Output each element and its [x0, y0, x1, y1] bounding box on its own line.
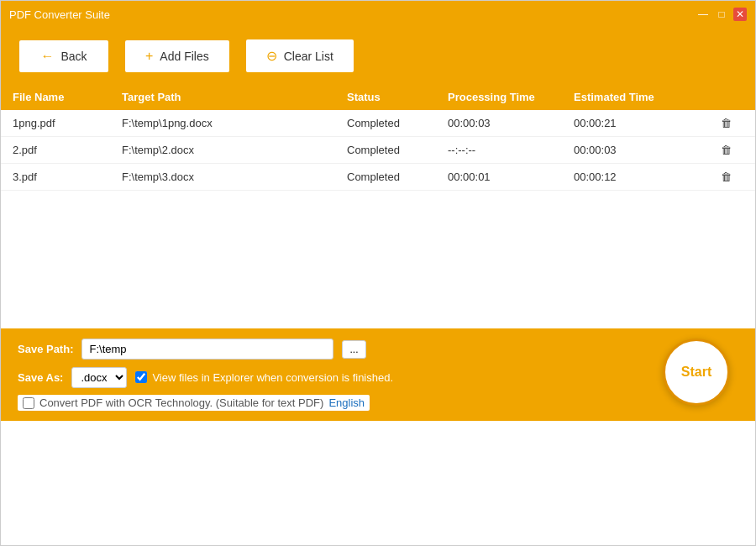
view-in-explorer-label[interactable]: View files in Explorer when conversion i…	[135, 371, 393, 384]
ocr-label[interactable]: Convert PDF with OCR Technology. (Suitab…	[18, 395, 370, 411]
view-in-explorer-text: View files in Explorer when conversion i…	[152, 371, 393, 384]
target-path-1: F:\temp\1png.docx	[118, 115, 344, 131]
delete-row-3[interactable]: 🗑	[705, 169, 747, 185]
table-header: File Name Target Path Status Processing …	[1, 84, 755, 110]
save-as-label: Save As:	[18, 371, 63, 384]
browse-button[interactable]: ...	[342, 340, 365, 359]
col-targetpath: Target Path	[118, 89, 344, 105]
add-files-button[interactable]: + Add Files	[123, 39, 231, 74]
trash-icon-2: 🗑	[717, 142, 735, 158]
save-path-input[interactable]	[81, 339, 333, 360]
status-2: Completed	[344, 142, 444, 158]
file-name-1: 1png.pdf	[9, 115, 118, 131]
start-label: Start	[681, 365, 711, 380]
view-in-explorer-checkbox[interactable]	[135, 371, 147, 383]
save-path-row: Save Path: ...	[18, 339, 738, 360]
add-icon: +	[145, 49, 153, 64]
start-button[interactable]: Start	[663, 339, 730, 406]
toolbar: ← Back + Add Files ⊖ Clear List	[1, 28, 755, 84]
delete-row-1[interactable]: 🗑	[705, 115, 747, 131]
status-1: Completed	[344, 115, 444, 131]
col-actions	[705, 89, 747, 105]
processing-time-1: 00:00:03	[444, 115, 570, 131]
delete-row-2[interactable]: 🗑	[705, 142, 747, 158]
clear-icon: ⊖	[266, 48, 277, 64]
save-as-select[interactable]: .docx .doc .txt .rtf .html	[71, 367, 127, 388]
back-icon: ←	[40, 49, 54, 64]
table-row: 3.pdf F:\temp\3.docx Completed 00:00:01 …	[1, 164, 755, 191]
ocr-checkbox[interactable]	[23, 397, 34, 409]
col-filename: File Name	[9, 89, 118, 105]
col-processingtime: Processing Time	[444, 89, 570, 105]
back-button[interactable]: ← Back	[18, 39, 110, 74]
ocr-row: Convert PDF with OCR Technology. (Suitab…	[18, 395, 738, 411]
table-row: 2.pdf F:\temp\2.docx Completed --:--:-- …	[1, 137, 755, 164]
ocr-language-link[interactable]: English	[328, 396, 365, 409]
estimated-time-2: 00:00:03	[570, 142, 705, 158]
table-row: 1png.pdf F:\temp\1png.docx Completed 00:…	[1, 110, 755, 137]
maximize-button[interactable]: □	[715, 8, 728, 21]
ocr-text: Convert PDF with OCR Technology. (Suitab…	[39, 396, 323, 409]
close-button[interactable]: ✕	[733, 8, 747, 21]
col-status: Status	[344, 89, 444, 105]
save-as-row: Save As: .docx .doc .txt .rtf .html View…	[18, 367, 738, 388]
processing-time-2: --:--:--	[444, 142, 570, 158]
add-files-label: Add Files	[160, 50, 208, 63]
clear-list-label: Clear List	[284, 50, 333, 63]
file-table: 1png.pdf F:\temp\1png.docx Completed 00:…	[1, 110, 755, 328]
status-3: Completed	[344, 169, 444, 185]
trash-icon-1: 🗑	[717, 115, 735, 131]
back-label: Back	[60, 50, 87, 63]
file-name-3: 3.pdf	[9, 169, 118, 185]
target-path-3: F:\temp\3.docx	[118, 169, 344, 185]
window-controls: — □ ✕	[696, 8, 747, 21]
estimated-time-1: 00:00:21	[570, 115, 705, 131]
trash-icon-3: 🗑	[717, 169, 735, 185]
file-name-2: 2.pdf	[9, 142, 118, 158]
footer: Save Path: ... Save As: .docx .doc .txt …	[1, 328, 755, 421]
estimated-time-3: 00:00:12	[570, 169, 705, 185]
target-path-2: F:\temp\2.docx	[118, 142, 344, 158]
title-bar: PDF Converter Suite — □ ✕	[1, 1, 755, 28]
save-path-label: Save Path:	[18, 343, 73, 355]
clear-list-button[interactable]: ⊖ Clear List	[244, 38, 355, 74]
processing-time-3: 00:00:01	[444, 169, 570, 185]
col-estimatedtime: Estimated Time	[570, 89, 705, 105]
app-title: PDF Converter Suite	[9, 8, 110, 21]
minimize-button[interactable]: —	[696, 8, 710, 21]
